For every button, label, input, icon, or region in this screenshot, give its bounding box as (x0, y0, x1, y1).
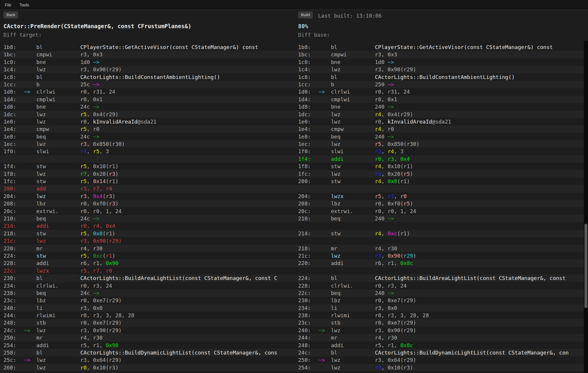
asm-row[interactable]: 1d0:~>clrlwir0, r31, 24 (0, 88, 294, 95)
branch-arrow-empty (319, 66, 331, 73)
asm-row[interactable]: 1dc:lwzr4, 0x4(r29) (294, 111, 588, 118)
asm-row[interactable]: 250:mrr4, r30 (0, 334, 294, 341)
asm-row[interactable]: 1f0:slwir3, r4, 3 (294, 148, 588, 155)
asm-row[interactable]: 1c8:blCActorLights::BuildConstantAmbient… (294, 73, 588, 81)
asm-row[interactable]: 20c:extrwi.r0, r0, 1, 24 (0, 207, 294, 215)
asm-row[interactable]: 220:addir6, r1, 0x8c (294, 259, 588, 267)
asm-row[interactable]: 22c:lwzxr5, r7, r0 (0, 267, 294, 274)
operands: r5, r7, r0 (80, 267, 294, 274)
asm-row[interactable]: 1cc:b250 ~> (294, 81, 588, 88)
asm-row[interactable]: 248:addir5, r1, 0x8c (294, 342, 588, 349)
asm-row[interactable]: 1c8:blCActorLights::BuildConstantAmbient… (0, 73, 294, 81)
asm-row[interactable]: 1f8:stwr4, 0x10(r1) (294, 163, 588, 170)
asm-row[interactable]: 1bc:cmpwir3, 0x3 (0, 51, 294, 58)
asm-row[interactable]: 1c4:lwzr3, 0x90(r29) (0, 66, 294, 73)
asm-row[interactable]: 1d4:cmplwir0, 0x1 (0, 96, 294, 103)
asm-row[interactable]: 1dc:lwzr5, 0x4(r29) (0, 111, 294, 118)
asm-row[interactable]: 23c:stbr0, 0xe7(r29) (294, 319, 588, 326)
asm-row[interactable]: 214:stwr4, 0xc(r1) (294, 230, 588, 237)
asm-row[interactable]: 1d8:bne240 ~> (294, 103, 588, 110)
asm-row[interactable]: 228:clrlwi.r0, r3, 24 (294, 282, 588, 289)
asm-row[interactable]: 25c:~>lwzr3, 0x64(r29) (0, 356, 294, 364)
asm-row[interactable]: 1d4:cmplwir0, 0x1 (294, 96, 588, 103)
asm-row[interactable]: 228:addir6, r1, 0x90 (0, 259, 294, 267)
asm-row[interactable]: 1bc:cmpwir3, 0x3 (294, 51, 588, 58)
asm-row[interactable]: 1ec:lwzr5, 0x850(r30) (294, 140, 588, 148)
menu-tools[interactable]: Tools (20, 3, 29, 7)
asm-row[interactable]: 1ec:lwzr3, 0x850(r30) (0, 140, 294, 148)
asm-row[interactable]: 208:lbzr0, 0xf0(r5) (294, 200, 588, 207)
scrollbar-thumb[interactable] (584, 224, 587, 308)
asm-row[interactable]: 1f4:stwr5, 0x10(r1) (0, 163, 294, 170)
asm-row[interactable]: 200:addr3, r7, r4 (0, 185, 294, 192)
asm-row[interactable]: 1fc:stwr5, 0x14(r1) (0, 178, 294, 185)
asm-row[interactable]: 1c0:bne1d0 ~> (294, 58, 588, 66)
mnemonic: lwz (331, 66, 375, 73)
asm-row[interactable]: 1fc:lwzr3, 0x20(r5) (294, 170, 588, 178)
asm-row[interactable]: 208:lbzr0, 0xf0(r3) (0, 200, 294, 207)
asm-row[interactable]: 214:addir0, r4, 0x4 (0, 222, 294, 229)
mnemonic: bl (36, 274, 80, 282)
row-address: 220: (4, 245, 24, 252)
asm-row[interactable]: 21c:lwzr3, 0x90(r29) (294, 252, 588, 259)
asm-row[interactable]: 234:lir3, 0x0 (294, 304, 588, 312)
row-address: 1c0: (4, 58, 24, 66)
back-button[interactable]: Back (4, 11, 18, 18)
asm-row[interactable]: 240:lir3, 0x0 (0, 304, 294, 312)
asm-row[interactable]: 1e4:cmpwr4, r0 (294, 125, 588, 133)
asm-row[interactable]: 23c:lbzr0, 0xe7(r29) (0, 297, 294, 304)
asm-row[interactable]: 204:lwzxr5, r3, r0 (294, 193, 588, 200)
asm-row[interactable]: 24c:blCActorLights::BuildDynamicLightLis… (294, 349, 588, 356)
asm-row[interactable]: 244:rlwimir0, r3, 3, 28, 28 (0, 312, 294, 319)
asm-row[interactable]: 238:beq24c ~> (0, 289, 294, 297)
asm-row[interactable]: 1c0:bne1d0 ~> (0, 58, 294, 66)
asm-row[interactable]: 234:clrlwi.r0, r3, 24 (0, 282, 294, 289)
asm-row[interactable]: 254:addir5, r1, 0x90 (0, 342, 294, 349)
mnemonic: lwz (36, 356, 80, 364)
row-address: 1e4: (4, 125, 24, 133)
asm-row[interactable]: 250:~>lwzr3, 0x64(r29) (294, 356, 588, 364)
asm-row[interactable]: 200:stwr4, 0x8(r1) (294, 178, 588, 185)
asm-row[interactable]: 24c:~>lwzr3, 0x90(r29) (0, 327, 294, 334)
asm-row[interactable]: 248:stbr0, 0xe7(r29) (0, 319, 294, 326)
asm-row[interactable]: 238:rlwimir0, r3, 3, 28, 28 (294, 312, 588, 319)
asm-row[interactable]: 224:stwr5, 0xc(r1) (0, 252, 294, 259)
asm-row[interactable]: 1e8:beq240 ~> (294, 133, 588, 140)
asm-row[interactable]: 220:mrr4, r30 (0, 245, 294, 252)
operand-token: r0, (375, 119, 388, 125)
asm-row[interactable]: 1d0:~>clrlwir0, r31, 24 (294, 88, 588, 95)
asm-row[interactable]: 1d8:bne24c ~> (0, 103, 294, 110)
asm-row[interactable]: 204:lwzr3, 0x4(r3) (0, 193, 294, 200)
menu-file[interactable]: File (5, 3, 11, 7)
asm-row[interactable]: 254:lwzr3, 0x10(r3) (294, 364, 588, 371)
asm-row[interactable]: 218:stwr5, 0x8(r1) (0, 230, 294, 237)
operands: CActorLights::BuildAreaLightList(const C… (375, 274, 588, 282)
asm-row[interactable]: 230:lbzr0, 0xe7(r29) (294, 297, 588, 304)
build-button[interactable]: Build (298, 11, 313, 18)
asm-row[interactable]: 240:~>lwzr3, 0x90(r29) (294, 327, 588, 334)
asm-row[interactable]: 1e8:beq24c ~> (0, 133, 294, 140)
operands: r0, 0xf0(r3) (80, 200, 294, 207)
asm-row[interactable]: 1cc:b25c ~> (0, 81, 294, 88)
asm-row[interactable]: 1f4:addir0, r3, 0x4 (294, 155, 588, 163)
scrollbar-track[interactable] (584, 41, 588, 373)
asm-row[interactable]: 22c:beq240 ~> (294, 289, 588, 297)
asm-row[interactable]: 210:beq24c ~> (0, 215, 294, 222)
asm-row[interactable]: 1e0:lwzr0, kInvalidAreaId@sda21 (294, 118, 588, 125)
asm-row[interactable]: 1f8:lwzr7, 0x20(r3) (0, 170, 294, 178)
asm-row[interactable]: 260:lwzr0, 0x10(r3) (0, 364, 294, 371)
asm-row[interactable]: 1b8:blCPlayerState::GetActiveVisor(const… (0, 43, 294, 51)
asm-row[interactable]: 1e0:lwzr0, kInvalidAreaId@sda21 (0, 118, 294, 125)
asm-row[interactable]: 218:mrr4, r30 (294, 245, 588, 252)
asm-row[interactable]: 1b8:blCPlayerState::GetActiveVisor(const… (294, 43, 588, 51)
asm-row[interactable]: 210:beq240 ~> (294, 215, 588, 222)
asm-row[interactable]: 258:blCActorLights::BuildDynamicLightLis… (0, 349, 294, 356)
asm-row[interactable]: 224:blCActorLights::BuildAreaLightList(c… (294, 274, 588, 282)
asm-row[interactable]: 20c:extrwi.r0, r0, 1, 24 (294, 207, 588, 215)
asm-row[interactable]: 230:blCActorLights::BuildAreaLightList(c… (0, 274, 294, 282)
asm-row[interactable]: 1c4:lwzr3, 0x90(r29) (294, 66, 588, 73)
asm-row[interactable]: 21c:lwzr3, 0x90(r29) (0, 237, 294, 244)
asm-row[interactable]: 1f0:slwir4, r5, 3 (0, 148, 294, 155)
asm-row[interactable]: 1e4:cmpwr5, r0 (0, 125, 294, 133)
asm-row[interactable]: 244:mrr4, r30 (294, 334, 588, 341)
